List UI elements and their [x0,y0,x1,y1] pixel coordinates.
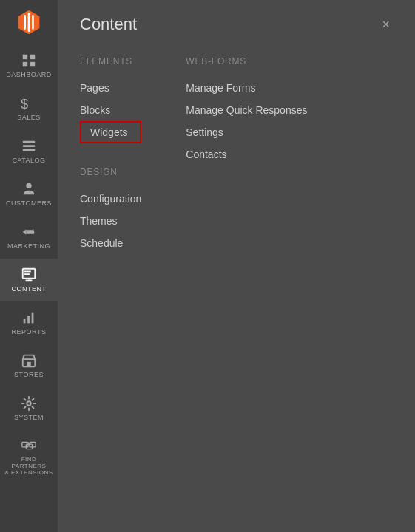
stores-icon [21,352,37,369]
svg-rect-15 [24,319,26,324]
content-panel: Content × Elements Pages Blocks Widgets … [58,0,415,532]
reports-icon [21,310,37,326]
svg-rect-5 [23,141,36,143]
svg-rect-7 [23,149,36,151]
customers-icon [21,181,37,197]
sidebar-item-system-label: SYSTEM [14,415,44,422]
sidebar-item-content[interactable]: CONTENT [0,259,58,301]
blocks-menu-item[interactable]: Blocks [80,99,141,121]
sidebar: DASHBOARD $ SALES CATALOG CUSTOMERS MARK… [0,0,58,532]
sidebar-item-reports[interactable]: REPORTS [0,301,58,344]
right-column: Web-forms Manage Forms Manage Quick Resp… [186,56,307,254]
widgets-menu-item[interactable]: Widgets [80,121,141,143]
sidebar-item-customers[interactable]: CUSTOMERS [0,173,58,216]
sidebar-item-catalog[interactable]: CATALOG [0,130,58,173]
catalog-icon [21,138,37,154]
svg-point-20 [27,401,31,406]
sales-icon: $ [21,95,37,112]
sidebar-item-partners[interactable]: FIND PARTNERS& EXTENSIONS [0,430,58,483]
sidebar-item-catalog-label: CATALOG [12,157,45,165]
magento-logo-icon [16,9,42,35]
pages-menu-item[interactable]: Pages [80,77,141,99]
design-section: Design Configuration Themes Schedule [80,167,141,254]
partners-icon [21,437,37,454]
sidebar-item-marketing-label: MARKETING [7,243,50,250]
sidebar-item-stores-label: STORES [14,372,44,379]
sidebar-item-sales-label: SALES [17,115,41,122]
svg-rect-6 [23,145,36,147]
svg-rect-9 [26,230,33,234]
svg-rect-2 [23,62,27,66]
sidebar-item-sales[interactable]: $ SALES [0,87,58,130]
panel-title: Content [80,15,137,34]
sidebar-logo [0,0,58,44]
left-column: Elements Pages Blocks Widgets Design Con… [80,56,141,254]
sidebar-item-stores[interactable]: STORES [0,344,58,387]
schedule-menu-item[interactable]: Schedule [80,232,141,254]
sidebar-item-dashboard[interactable]: DASHBOARD [0,44,58,87]
webforms-section-title: Web-forms [186,56,307,66]
sidebar-item-partners-label: FIND PARTNERS& EXTENSIONS [3,457,55,476]
sidebar-item-customers-label: CUSTOMERS [6,200,52,208]
svg-rect-16 [27,316,30,323]
themes-menu-item[interactable]: Themes [80,210,141,232]
sidebar-item-content-label: CONTENT [12,286,47,293]
svg-rect-19 [27,362,31,366]
contacts-menu-item[interactable]: Contacts [186,143,307,166]
svg-rect-14 [28,279,30,280]
svg-rect-11 [24,271,31,273]
content-icon [21,267,37,283]
svg-rect-13 [25,279,32,281]
webforms-section: Web-forms Manage Forms Manage Quick Resp… [186,56,307,166]
sidebar-item-system[interactable]: SYSTEM [0,387,58,430]
close-button[interactable]: × [379,15,393,34]
svg-rect-0 [23,55,27,59]
svg-rect-17 [32,313,34,324]
sidebar-item-marketing[interactable]: MARKETING [0,216,58,259]
menu-sections: Elements Pages Blocks Widgets Design Con… [80,56,393,254]
manage-forms-menu-item[interactable]: Manage Forms [186,77,307,99]
sidebar-item-reports-label: REPORTS [12,329,47,336]
manage-quick-responses-menu-item[interactable]: Manage Quick Responses [186,99,307,121]
sidebar-item-dashboard-label: DASHBOARD [6,72,52,79]
configuration-menu-item[interactable]: Configuration [80,188,141,210]
design-section-title: Design [80,167,141,177]
svg-rect-12 [24,273,30,275]
dashboard-icon [21,52,37,69]
system-icon [21,395,37,412]
svg-rect-1 [30,55,35,59]
panel-header: Content × [80,15,393,34]
svg-point-8 [26,183,31,188]
svg-rect-3 [30,62,35,66]
settings-menu-item[interactable]: Settings [186,121,307,143]
svg-text:$: $ [21,96,29,112]
elements-section: Elements Pages Blocks Widgets [80,56,141,145]
marketing-icon [21,224,37,240]
elements-section-title: Elements [80,56,141,66]
